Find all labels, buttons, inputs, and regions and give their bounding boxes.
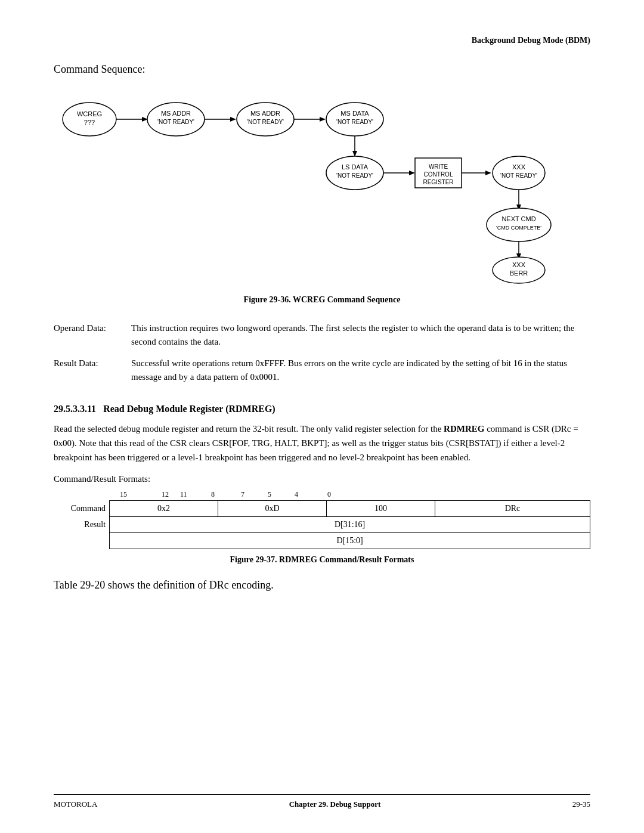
bit-table: Command 0x2 0xD 100 DRc Result D[31:16] … (54, 500, 590, 549)
footer: MOTOROLA Chapter 29. Debug Support 29-35 (54, 794, 590, 809)
figure36-caption: Figure 29-36. WCREG Command Sequence (54, 295, 590, 305)
operand-data-label: Operand Data: (54, 319, 131, 354)
cmd-cell-drc: DRc (435, 501, 590, 517)
page-header: Background Debug Mode (BDM) (54, 36, 590, 45)
svg-text:'NOT READY': 'NOT READY' (500, 172, 537, 179)
table-note: Table 29-20 shows the definition of DRc … (54, 579, 590, 592)
svg-text:'NOT READY': 'NOT READY' (336, 119, 373, 125)
footer-right: 29-35 (572, 800, 590, 809)
result-cell-d150: D[15:0] (110, 533, 590, 549)
figure37-caption-text: Figure 29-37. RDMREG Command/Result Form… (230, 555, 414, 564)
result-data-row: Result Data: Successful write operations… (54, 354, 590, 389)
command-row: Command 0x2 0xD 100 DRc (54, 501, 590, 517)
result-row-1: Result D[31:16] (54, 517, 590, 533)
svg-text:XXX: XXX (512, 261, 526, 268)
flow-diagram-container: WCREG ??? MS ADDR 'NOT READY' MS ADDR 'N… (54, 86, 590, 289)
svg-text:MS ADDR: MS ADDR (161, 110, 191, 117)
rdmreg-inline: RDMREG (444, 424, 484, 433)
svg-marker-24 (409, 171, 415, 175)
svg-text:MS DATA: MS DATA (340, 110, 369, 117)
svg-text:'NOT READY': 'NOT READY' (336, 172, 373, 179)
svg-text:???: ??? (84, 119, 95, 126)
svg-marker-9 (230, 117, 236, 122)
body-paragraph: Read the selected debug module register … (54, 422, 590, 465)
header-title: Background Debug Mode (BDM) (472, 36, 590, 45)
operand-data-text: This instruction requires two longword o… (131, 319, 590, 354)
footer-left: MOTOROLA (54, 800, 97, 809)
page: Background Debug Mode (BDM) Command Sequ… (0, 0, 644, 833)
bit-15: 15 (97, 490, 150, 499)
result-cell-d3116: D[31:16] (110, 517, 590, 533)
result-row-2: D[15:0] (54, 533, 590, 549)
result-label-2 (54, 533, 110, 549)
svg-text:XXX: XXX (512, 163, 526, 171)
svg-text:WCREG: WCREG (77, 110, 102, 117)
figure37-caption: Figure 29-37. RDMREG Command/Result Form… (54, 555, 590, 565)
bit-0: 0 (299, 490, 359, 499)
bit-number-header: 15 12 11 8 7 5 4 0 (54, 490, 590, 499)
figure36-caption-text: Figure 29-36. WCREG Command Sequence (244, 295, 401, 304)
command-sequence-label: Command Sequence: (54, 63, 590, 76)
description-table: Operand Data: This instruction requires … (54, 319, 590, 389)
cmd-cell-100: 100 (327, 501, 435, 517)
bit-11: 11 (180, 490, 186, 499)
svg-text:NEXT CMD: NEXT CMD (501, 215, 535, 222)
result-data-label: Result Data: (54, 354, 131, 389)
result-data-text: Successful write operations return 0xFFF… (131, 354, 590, 389)
subsection-heading: 29.5.3.3.11 Read Debug Module Register (… (54, 404, 590, 414)
svg-text:REGISTER: REGISTER (423, 179, 453, 185)
bit-12: 12 (150, 490, 180, 499)
cmd-result-formats-label: Command/Result Formats: (54, 474, 590, 484)
svg-text:'CMD COMPLETE': 'CMD COMPLETE' (496, 225, 541, 231)
svg-text:'NOT READY': 'NOT READY' (157, 119, 194, 125)
subsection-number: 29.5.3.3.11 (54, 404, 96, 414)
cmd-cell-0xd: 0xD (218, 501, 327, 517)
svg-text:'NOT READY': 'NOT READY' (247, 119, 284, 125)
flow-diagram: WCREG ??? MS ADDR 'NOT READY' MS ADDR 'N… (54, 86, 590, 289)
result-label: Result (54, 517, 110, 533)
footer-center: Chapter 29. Debug Support (289, 800, 381, 809)
svg-text:CONTROL: CONTROL (424, 171, 453, 178)
bit-7: 7 (240, 490, 246, 499)
bit-4: 4 (293, 490, 299, 499)
svg-marker-30 (485, 171, 491, 175)
subsection-title: Read Debug Module Register (RDMREG) (103, 404, 275, 414)
cmd-cell-0x2: 0x2 (110, 501, 218, 517)
svg-marker-14 (320, 117, 326, 122)
command-label: Command (54, 501, 110, 517)
svg-text:BERR: BERR (510, 270, 528, 277)
bit-5: 5 (246, 490, 293, 499)
svg-text:LS DATA: LS DATA (342, 163, 369, 171)
svg-text:WRITE: WRITE (429, 163, 448, 170)
operand-data-row: Operand Data: This instruction requires … (54, 319, 590, 354)
svg-text:MS ADDR: MS ADDR (250, 110, 280, 117)
bit-8: 8 (186, 490, 240, 499)
